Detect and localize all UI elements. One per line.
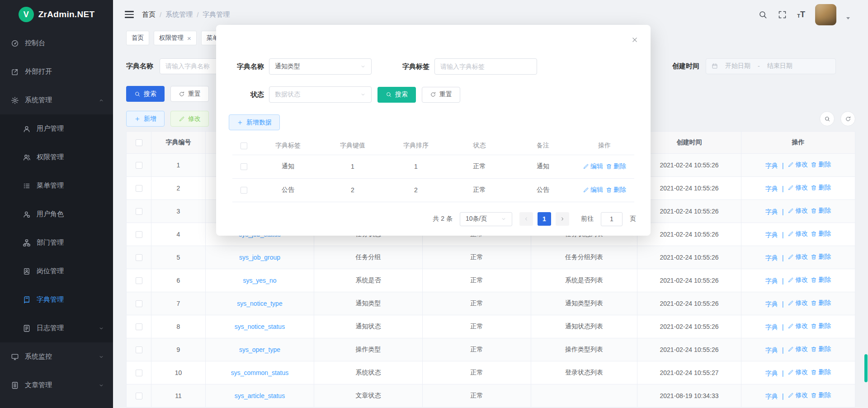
dialog-table-header: 状态 [448, 137, 511, 155]
select-all-checkbox[interactable] [241, 142, 247, 149]
search-icon [386, 91, 392, 98]
cell-dict-value: 2 [321, 178, 384, 202]
chevron-down-icon [360, 92, 366, 97]
dialog-table-header: 操作 [575, 137, 634, 155]
chevron-down-icon [501, 216, 506, 222]
row-checkbox[interactable] [241, 163, 247, 170]
cell-dict-sort: 1 [384, 155, 448, 178]
cell-operations: 编辑删除 [575, 178, 634, 202]
cell-status: 正常 [448, 178, 511, 202]
page-size-value: 10条/页 [466, 215, 487, 223]
dialog-filter-row-2: 状态 数据状态 搜索 重置 [229, 86, 651, 103]
dialog-table-header: 字典排序 [384, 137, 448, 155]
dialog-dict-name-label: 字典名称 [229, 62, 264, 71]
delete-link[interactable]: 删除 [606, 162, 626, 171]
next-page-button[interactable] [556, 212, 569, 226]
pager: 1 [519, 212, 569, 226]
status-select[interactable]: 数据状态 [269, 86, 372, 103]
dialog-table-row: 通知11正常通知编辑删除 [232, 155, 634, 178]
dialog-reset-label: 重置 [439, 90, 452, 99]
add-data-button[interactable]: 新增数据 [229, 114, 280, 130]
dialog-filter-row-1: 字典名称 通知类型 字典标签 [229, 58, 651, 75]
dialog-table-header: 备注 [511, 137, 575, 155]
goto-page-input[interactable] [601, 212, 623, 226]
app-root: V ZrAdmin.NET 控制台外部打开系统管理用户管理权限管理菜单管理用户角… [0, 0, 868, 408]
chevron-down-icon [360, 64, 366, 69]
edit-icon [583, 187, 589, 193]
delete-link[interactable]: 删除 [606, 186, 626, 194]
dict-data-table: 字典标签字典键值字典排序状态备注操作 通知11正常通知编辑删除公告22正常公告编… [232, 137, 634, 202]
page-size-select[interactable]: 10条/页 [460, 212, 512, 226]
dialog-dict-label-label: 字典标签 [394, 62, 429, 71]
cell-dict-value: 1 [321, 155, 384, 178]
edit-link[interactable]: 编辑 [583, 186, 603, 194]
dict-name-selected-value: 通知类型 [275, 62, 300, 71]
dict-name-select[interactable]: 通知类型 [269, 58, 372, 75]
plus-icon [237, 119, 243, 126]
dialog-table-header-select [232, 137, 255, 155]
prev-page-button[interactable] [519, 212, 533, 226]
dialog-search-label: 搜索 [395, 90, 408, 99]
cell-status: 正常 [448, 155, 511, 178]
goto-label: 前往 [581, 215, 594, 223]
cell-dict-label: 通知 [255, 155, 321, 178]
trash-icon [606, 163, 612, 170]
trash-icon [606, 187, 612, 193]
dialog-status-label: 状态 [229, 90, 264, 99]
cell-remark: 通知 [511, 155, 575, 178]
row-checkbox[interactable] [241, 187, 247, 194]
dialog-table-header: 字典键值 [321, 137, 384, 155]
dialog-reset-button[interactable]: 重置 [422, 87, 460, 103]
scrollbar-thumb[interactable] [864, 354, 868, 382]
dict-label-input[interactable] [434, 58, 537, 75]
dialog-table-row: 公告22正常公告编辑删除 [232, 178, 634, 202]
edit-link[interactable]: 编辑 [583, 162, 603, 171]
status-select-placeholder: 数据状态 [275, 90, 300, 99]
total-count: 共 2 条 [433, 215, 453, 223]
pagination: 共 2 条 10条/页 1 前往 页 [231, 212, 636, 226]
cell-operations: 编辑删除 [575, 155, 634, 178]
refresh-icon [430, 91, 436, 98]
close-icon[interactable] [631, 36, 639, 44]
page-1-button[interactable]: 1 [538, 212, 551, 226]
page-suffix: 页 [630, 215, 636, 223]
dict-data-dialog: 字典名称 通知类型 字典标签 状态 数据状态 搜索 [216, 25, 651, 236]
dialog-table-header: 字典标签 [255, 137, 321, 155]
cell-dict-label: 公告 [255, 178, 321, 202]
cell-remark: 公告 [511, 178, 575, 202]
dialog-search-button[interactable]: 搜索 [377, 87, 416, 103]
dialog-body: 字典名称 通知类型 字典标签 状态 数据状态 搜索 [216, 25, 651, 226]
edit-icon [583, 163, 589, 170]
add-data-label: 新增数据 [246, 119, 272, 127]
cell-dict-sort: 2 [384, 178, 448, 202]
